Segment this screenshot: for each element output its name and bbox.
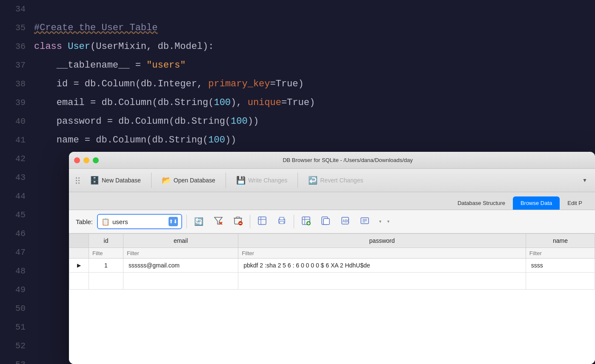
column-header-id[interactable]: id xyxy=(89,234,123,248)
filter-password-input[interactable] xyxy=(242,250,522,256)
window-title: DB Browser for SQLite - /Users/dana/Down… xyxy=(106,157,590,163)
refresh-icon: 🔄 xyxy=(194,217,203,226)
export-icon: ABC xyxy=(340,216,350,228)
code-text: name = db.Column(db.String(100)) xyxy=(34,131,236,150)
print-button[interactable] xyxy=(274,214,289,229)
code-line-40: 40 password = db.Column(db.String(100)) xyxy=(0,112,595,131)
filter-remove-button[interactable] xyxy=(211,214,226,229)
table-dropdown-arrow[interactable]: ⬆⬇ xyxy=(169,217,178,226)
toolbar-separator xyxy=(151,173,152,188)
empty-email xyxy=(123,273,238,290)
column-header-password[interactable]: password xyxy=(238,234,526,248)
copy-row-button[interactable] xyxy=(318,214,333,229)
export-button[interactable]: ABC xyxy=(338,214,353,229)
code-text: password = db.Column(db.String(100)) xyxy=(34,112,259,131)
line-number: 46 xyxy=(0,225,34,243)
add-row-icon xyxy=(301,216,311,228)
icon-separator xyxy=(186,215,187,228)
line-number: 51 xyxy=(0,318,34,337)
delete-record-button[interactable] xyxy=(230,214,246,229)
icon-separator-2 xyxy=(250,215,250,228)
tab-label: Browse Data xyxy=(521,200,552,206)
chevron-down-icon: ⬆⬇ xyxy=(169,219,177,225)
tab-label: Edit P xyxy=(567,200,582,206)
expand-icon-2[interactable]: ▼ xyxy=(386,219,390,224)
table-view-icon xyxy=(257,216,267,228)
filter-email[interactable] xyxy=(123,248,238,259)
db-browser-window: DB Browser for SQLite - /Users/dana/Down… xyxy=(69,152,595,364)
add-row-button[interactable] xyxy=(298,214,314,229)
code-text: email = db.Column(db.String(100), unique… xyxy=(34,94,315,112)
line-number: 48 xyxy=(0,262,34,281)
write-changes-icon: 💾 xyxy=(236,176,246,185)
filter-icon xyxy=(214,216,223,228)
empty-id xyxy=(89,273,123,290)
new-database-button[interactable]: 🗄️ New Database xyxy=(85,173,146,188)
refresh-button[interactable]: 🔄 xyxy=(191,214,206,229)
line-number: 49 xyxy=(0,281,34,299)
cell-name[interactable]: ssss xyxy=(526,259,595,273)
table-header-row: id email password name xyxy=(69,234,595,248)
browse-table-button[interactable] xyxy=(255,214,270,229)
line-number: 39 xyxy=(0,94,34,112)
revert-changes-label: Revert Changes xyxy=(320,177,363,184)
empty-marker xyxy=(69,273,89,290)
minimize-button[interactable] xyxy=(83,157,89,163)
table-row-empty xyxy=(69,273,595,290)
filter-id-input[interactable] xyxy=(92,250,120,256)
code-line-37: 37 __tablename__ = "users" xyxy=(0,56,595,75)
window-buttons xyxy=(74,157,99,163)
row-marker: ▶ xyxy=(69,259,89,273)
cell-password[interactable]: pbkdf 2 :sha 2 5 6 : 6 0 0 0 0 $ 6 XA 2 … xyxy=(238,259,526,273)
filter-name-input[interactable] xyxy=(529,250,591,256)
code-line-35: 35 #Create the User Table xyxy=(0,19,595,37)
data-table: id email password name xyxy=(69,233,595,290)
revert-changes-button[interactable]: ↩️ Revert Changes xyxy=(303,173,368,188)
tab-edit-pragmas[interactable]: Edit P xyxy=(560,196,590,210)
toolbar-expand-button[interactable]: ▼ xyxy=(580,175,590,185)
title-bar: DB Browser for SQLite - /Users/dana/Down… xyxy=(69,152,595,169)
line-number: 36 xyxy=(0,37,34,56)
line-number: 50 xyxy=(0,299,34,318)
line-number: 52 xyxy=(0,337,34,355)
column-header-name[interactable]: name xyxy=(526,234,595,248)
copy-icon xyxy=(321,216,330,228)
tab-database-structure[interactable]: Database Structure xyxy=(450,196,513,210)
code-line-39: 39 email = db.Column(db.String(100), uni… xyxy=(0,94,595,112)
schema-button[interactable] xyxy=(357,214,372,229)
new-database-label: New Database xyxy=(102,177,141,184)
column-header-email[interactable]: email xyxy=(123,234,238,248)
filter-password[interactable] xyxy=(238,248,526,259)
table-row[interactable]: ▶ 1 ssssss@gmail.com pbkdf 2 :sha 2 5 6 … xyxy=(69,259,595,273)
toolbar-grip xyxy=(74,176,81,185)
toolbar-separator-2 xyxy=(226,173,226,188)
line-number: 35 xyxy=(0,19,34,37)
open-database-button[interactable]: 📂 Open Database xyxy=(157,173,220,188)
table-controls: Table: 📋 users ⬆⬇ 🔄 xyxy=(69,210,595,233)
line-number: 37 xyxy=(0,56,34,75)
close-button[interactable] xyxy=(74,157,80,163)
tab-browse-data[interactable]: Browse Data xyxy=(513,196,560,210)
svg-text:ABC: ABC xyxy=(343,219,349,223)
write-changes-button[interactable]: 💾 Write Changes xyxy=(231,173,292,188)
cell-id[interactable]: 1 xyxy=(89,259,123,273)
data-table-container[interactable]: id email password name xyxy=(69,233,595,364)
tabs-bar: Database Structure Browse Data Edit P xyxy=(69,192,595,210)
cell-email[interactable]: ssssss@gmail.com xyxy=(123,259,238,273)
table-selector[interactable]: 📋 users ⬆⬇ xyxy=(97,214,182,229)
svg-rect-21 xyxy=(323,219,329,225)
empty-name xyxy=(526,273,595,290)
filter-email-input[interactable] xyxy=(127,250,235,256)
svg-rect-8 xyxy=(258,217,266,225)
write-changes-label: Write Changes xyxy=(248,177,287,184)
filter-id[interactable] xyxy=(89,248,123,259)
empty-password xyxy=(238,273,526,290)
line-number: 53 xyxy=(0,355,34,364)
filter-name[interactable] xyxy=(526,248,595,259)
maximize-button[interactable] xyxy=(93,157,99,163)
line-number: 34 xyxy=(0,0,34,19)
code-line-34: 34 xyxy=(0,0,595,19)
line-number: 45 xyxy=(0,206,34,225)
expand-icon[interactable]: ▼ xyxy=(378,219,382,224)
toolbar: 🗄️ New Database 📂 Open Database 💾 Write … xyxy=(69,169,595,192)
